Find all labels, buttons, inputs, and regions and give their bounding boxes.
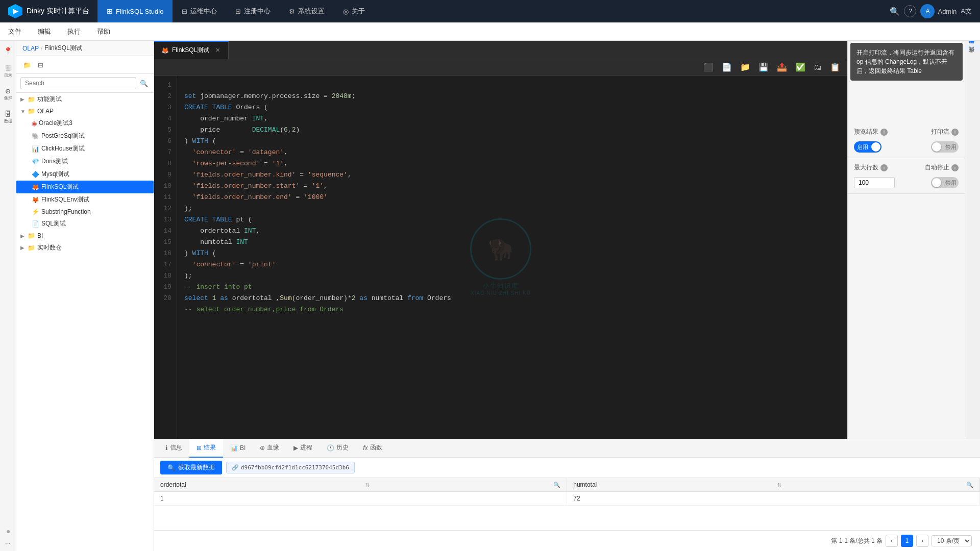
nav-settings-label: 系统设置 — [298, 7, 325, 16]
sidebar-icon-more[interactable]: ··· — [5, 539, 11, 547]
collapse-icon-btn[interactable]: ⊟ — [35, 59, 46, 70]
sidebar-icon-cluster[interactable]: ⊕ 集群 — [0, 85, 16, 103]
clickhouse-icon: 📊 — [32, 145, 39, 153]
fetch-label: 获取最新数据 — [178, 463, 215, 472]
preview-info-icon[interactable]: i — [880, 129, 888, 136]
autostop-label: 自动停止 i — [925, 163, 959, 172]
nav-item-settings[interactable]: ⚙ 系统设置 — [280, 0, 334, 22]
nav-item-flinksql[interactable]: ⊞ FlinkSQL Studio — [97, 0, 173, 22]
search-btn-top[interactable]: 🔍 — [890, 7, 900, 16]
sidebar-icon-list[interactable]: ☰ 目录 — [0, 62, 16, 80]
folder-icon: 📁 — [28, 96, 35, 103]
tree-item-realtime[interactable]: ▶ 📁 实时数仓 — [16, 241, 154, 254]
doris-label: Doris测试 — [41, 157, 68, 166]
bottom-tab-function[interactable]: fx 函数 — [356, 439, 389, 458]
tree-item-flinkenv[interactable]: 🦊 FlinkSQLEnv测试 — [16, 193, 154, 206]
tree-item-sql[interactable]: 📄 SQL测试 — [16, 217, 154, 230]
page-1-btn[interactable]: 1 — [901, 535, 913, 547]
lang-btn[interactable]: A文 — [961, 7, 972, 16]
nav-item-reg[interactable]: ⊞ 注册中心 — [226, 0, 280, 22]
nav-item-ops[interactable]: ⊟ 运维中心 — [173, 0, 226, 22]
vtab-save[interactable]: 保存点 — [966, 54, 980, 60]
toolbar-btn-catalog2[interactable]: 🗂 — [811, 62, 825, 73]
info-tab-icon: ℹ — [165, 444, 168, 452]
realtime-label: 实时数仓 — [37, 243, 62, 252]
maxrows-info-icon[interactable]: i — [880, 164, 888, 171]
tree-item-olap[interactable]: ▼ 📁 OLAP — [16, 106, 154, 117]
toolbar-btn-run[interactable]: ⬛ — [700, 61, 717, 73]
flinkenv-icon: 🦊 — [32, 196, 39, 204]
realtime-expand-icon: ▶ — [20, 245, 28, 251]
sidebar-icon-datasrc[interactable]: 🗄 数据 — [0, 108, 16, 126]
menu-item-help[interactable]: 帮助 — [89, 22, 118, 41]
bottom-tab-info[interactable]: ℹ 信息 — [158, 439, 189, 458]
autostop-info-icon[interactable]: i — [951, 164, 959, 171]
tree-item-postgres[interactable]: 🐘 PostGreSql测试 — [16, 130, 154, 142]
preview-toggle[interactable]: 启用 — [854, 141, 881, 153]
tree-item[interactable]: ▶ 📁 功能测试 — [16, 93, 154, 106]
bottom-tab-history[interactable]: 🕐 历史 — [320, 439, 356, 458]
ordertotal-sort-icon: ⇅ — [365, 482, 370, 488]
oracle-label: Oracle测试3 — [39, 119, 72, 128]
logo-area: ▶ Dinky 实时计算平台 — [0, 4, 97, 18]
toolbar-btn-export[interactable]: 📤 — [774, 61, 790, 73]
bottom-tab-progress[interactable]: ▶ 进程 — [286, 439, 320, 458]
sidebar-icon-dot1[interactable] — [7, 530, 10, 533]
autostop-toggle[interactable]: 禁用 — [931, 177, 959, 188]
folder-icon-btn[interactable]: 📁 — [21, 59, 33, 70]
menu-item-exec[interactable]: 执行 — [59, 22, 89, 41]
cluster-icon: ⊕ — [5, 87, 11, 95]
settings-icon: ⚙ — [289, 8, 295, 15]
nav-item-about[interactable]: ◎ 关于 — [334, 0, 374, 22]
toolbar-btn-new[interactable]: 📄 — [719, 61, 735, 73]
avatar: A — [920, 4, 935, 18]
code-area[interactable]: 12345 678910 1112131415 1617181920 set j… — [154, 76, 847, 439]
toolbar-btn-open[interactable]: 📁 — [737, 61, 753, 73]
maxrows-input[interactable] — [854, 177, 895, 188]
search-input[interactable] — [20, 77, 136, 89]
code-content[interactable]: set jobmanager.memory.process.size = 204… — [177, 76, 847, 439]
flinkenv-label: FlinkSQLEnv测试 — [41, 195, 89, 204]
vtab-exec[interactable]: 执行配置 — [966, 45, 980, 51]
tree-item-clickhouse[interactable]: 📊 ClickHouse测试 — [16, 142, 154, 155]
toolbar-btn-check[interactable]: ✅ — [792, 61, 808, 73]
page-size-select[interactable]: 10 条/页 20 条/页 50 条/页 — [932, 535, 972, 546]
prev-page-btn[interactable]: ‹ — [886, 535, 898, 547]
breadcrumb-item-olap[interactable]: OLAP — [22, 45, 39, 52]
next-page-btn[interactable]: › — [916, 535, 928, 547]
print-info-icon[interactable]: i — [951, 129, 959, 136]
toolbar-btn-copy[interactable]: 📋 — [827, 61, 843, 73]
tree-item-substring[interactable]: ⚡ SubstringFunction — [16, 206, 154, 217]
print-toggle[interactable]: 禁用 — [931, 141, 959, 153]
tree-item-mysql[interactable]: 🔷 Mysql测试 — [16, 168, 154, 181]
fetch-latest-btn[interactable]: 🔍 获取最新数据 — [160, 461, 222, 474]
col-numtotal[interactable]: numtotal ⇅ 🔍 — [567, 478, 980, 492]
tab-close-btn[interactable]: ✕ — [214, 46, 221, 55]
col-ordertotal[interactable]: ordertotal ⇅ 🔍 — [154, 478, 567, 492]
editor-tab-active[interactable]: 🦊 FlinkSQL测试 ✕ — [154, 41, 229, 59]
tree-item-oracle[interactable]: ◉ Oracle测试3 — [16, 117, 154, 130]
flinksql-label: FlinkSQL测试 — [41, 183, 79, 191]
admin-area[interactable]: A Admin — [920, 4, 957, 18]
bottom-tab-bi[interactable]: 📊 BI — [223, 439, 253, 458]
mysql-icon: 🔷 — [32, 171, 39, 178]
job-id-badge: 🔗 d967fbb09cfd2f1d1cc621737045d3b6 — [226, 462, 355, 473]
tree-item-flinksql[interactable]: 🦊 FlinkSQL测试 — [16, 181, 154, 193]
menu-item-edit[interactable]: 编辑 — [30, 22, 59, 41]
tree-item-doris[interactable]: 💎 Doris测试 — [16, 155, 154, 168]
search-submit-btn[interactable]: 🔍 — [138, 78, 150, 89]
cell-ordertotal: 1 — [154, 492, 567, 506]
sidebar-icon-catalog[interactable]: 📍 — [0, 45, 16, 57]
bi-expand-icon: ▶ — [20, 233, 28, 239]
help-btn[interactable]: ? — [904, 5, 916, 17]
tree-item-bi[interactable]: ▶ 📁 BI — [16, 230, 154, 241]
pagination: 第 1-1 条/总共 1 条 ‹ 1 › 10 条/页 20 条/页 50 条/… — [154, 530, 980, 551]
bottom-tab-lineage[interactable]: ⊕ 血缘 — [253, 439, 286, 458]
job-id-text: d967fbb09cfd2f1d1cc621737045d3b6 — [241, 464, 349, 471]
toolbar-btn-save[interactable]: 💾 — [755, 61, 772, 73]
ordertotal-search-icon[interactable]: 🔍 — [553, 482, 560, 488]
numtotal-search-icon[interactable]: 🔍 — [966, 482, 973, 488]
right-panel-section-maxrows: 最大行数 i 自动停止 i 禁用 — [848, 158, 965, 194]
bottom-tab-result[interactable]: ⊞ 结果 — [189, 439, 223, 458]
menu-item-file[interactable]: 文件 — [0, 22, 30, 41]
